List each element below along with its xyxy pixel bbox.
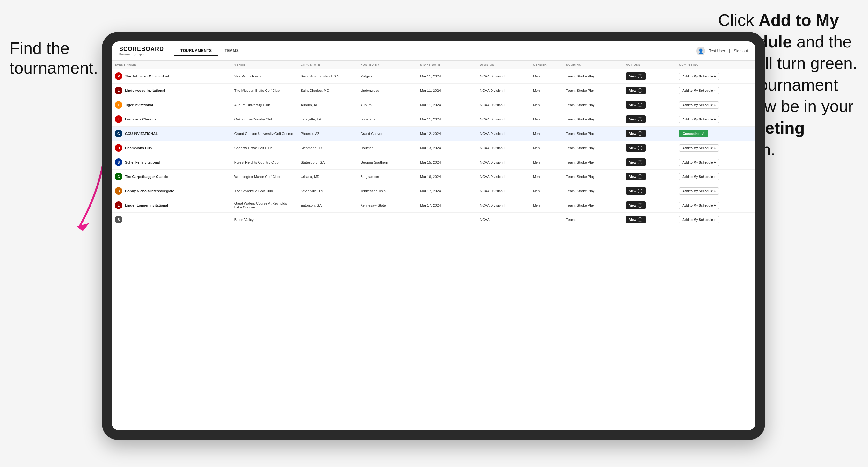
event-name-text: Louisiana Classics (125, 117, 156, 121)
info-icon: i (638, 189, 642, 193)
competing-cell: Add to My Schedule + (676, 184, 755, 198)
venue-cell: The Missouri Bluffs Golf Club (231, 84, 298, 98)
view-button[interactable]: View i (626, 101, 646, 109)
col-header-gender: GENDER (530, 61, 563, 69)
table-container: EVENT NAME VENUE CITY, STATE HOSTED BY S… (112, 61, 755, 430)
pipe-separator: | (729, 49, 730, 53)
signout-link[interactable]: Sign out (734, 49, 748, 53)
nav-tab-tournaments[interactable]: TOURNAMENTS (174, 46, 218, 56)
table-row: R The Johnnie - O Individual Sea Palms R… (112, 69, 755, 84)
add-to-schedule-button[interactable]: Add to My Schedule + (679, 101, 719, 109)
instruction-left-text: Find the tournament. (9, 39, 98, 77)
gender-cell: Men (530, 141, 563, 155)
info-icon: i (638, 74, 642, 79)
hosted-by-cell: Houston (357, 141, 417, 155)
division-cell: NCAA (476, 213, 530, 227)
gender-cell: Men (530, 98, 563, 112)
actions-cell: View i (623, 127, 676, 141)
venue-cell: Great Waters Course At Reynolds Lake Oco… (231, 198, 298, 213)
division-cell: NCAA Division I (476, 98, 530, 112)
scoring-cell: Team, Stroke Play (563, 84, 623, 98)
city-cell: Statesboro, GA (298, 155, 357, 169)
table-row: L Louisiana Classics Oakbourne Country C… (112, 112, 755, 127)
event-name-cell: B Bobby Nichols Intercollegiate (112, 184, 231, 198)
view-button[interactable]: View i (626, 216, 646, 223)
scoring-cell: Team, Stroke Play (563, 141, 623, 155)
nav-tab-teams[interactable]: TEAMS (218, 46, 245, 56)
info-icon: i (638, 146, 642, 150)
nav-tabs: TOURNAMENTS TEAMS (174, 46, 245, 56)
scoring-cell: Team, Stroke Play (563, 169, 623, 184)
event-name-text: Tiger Invitational (125, 103, 153, 107)
hosted-by-cell: Tennessee Tech (357, 184, 417, 198)
view-button[interactable]: View i (626, 173, 646, 180)
add-to-schedule-button[interactable]: Add to My Schedule + (679, 116, 719, 123)
view-button[interactable]: View i (626, 144, 646, 152)
start-date-cell: Mar 11, 2024 (417, 84, 476, 98)
venue-cell: Forest Heights Country Club (231, 155, 298, 169)
table-row: C The Carpetbagger Classic Worthington M… (112, 169, 755, 184)
start-date-cell: Mar 11, 2024 (417, 112, 476, 127)
info-icon: i (638, 131, 642, 136)
city-cell: Saint Charles, MO (298, 84, 357, 98)
add-to-schedule-button[interactable]: Add to My Schedule + (679, 216, 719, 223)
app-header: SCOREBOARD Powered by clippd TOURNAMENTS… (112, 41, 755, 61)
view-button[interactable]: View i (626, 187, 646, 195)
start-date-cell: Mar 17, 2024 (417, 198, 476, 213)
gender-cell: Men (530, 69, 563, 84)
header-right: 👤 Test User | Sign out (696, 46, 748, 56)
actions-cell: View i (623, 169, 676, 184)
event-name-cell: R The Johnnie - O Individual (112, 69, 231, 84)
gender-cell: Men (530, 198, 563, 213)
info-icon: i (638, 175, 642, 179)
event-name-cell: T Tiger Invitational (112, 98, 231, 112)
venue-cell: Auburn University Club (231, 98, 298, 112)
venue-cell: The Sevierville Golf Club (231, 184, 298, 198)
view-button[interactable]: View i (626, 130, 646, 137)
view-button[interactable]: View i (626, 201, 646, 209)
col-header-scoring: SCORING (563, 61, 623, 69)
add-to-schedule-button[interactable]: Add to My Schedule + (679, 145, 719, 152)
event-name-cell: L Lindenwood Invitational (112, 84, 231, 98)
actions-cell: View i (623, 98, 676, 112)
event-name-text: Linger Longer Invitational (125, 204, 168, 207)
hosted-by-cell: Kennesaw State (357, 198, 417, 213)
info-icon: i (638, 103, 642, 107)
competing-cell: Add to My Schedule + (676, 213, 755, 227)
view-button[interactable]: View i (626, 72, 646, 80)
hosted-by-cell: Rutgers (357, 69, 417, 84)
add-to-schedule-button[interactable]: Add to My Schedule + (679, 202, 719, 209)
col-header-division: DIVISION (476, 61, 530, 69)
start-date-cell: Mar 12, 2024 (417, 127, 476, 141)
col-header-city: CITY, STATE (298, 61, 357, 69)
user-label: Test User (709, 49, 725, 53)
actions-cell: View i (623, 141, 676, 155)
city-cell: Phoenix, AZ (298, 127, 357, 141)
add-to-schedule-button[interactable]: Add to My Schedule + (679, 173, 719, 180)
add-to-schedule-button[interactable]: Add to My Schedule + (679, 159, 719, 166)
venue-cell: Sea Palms Resort (231, 69, 298, 84)
add-to-schedule-button[interactable]: Add to My Schedule + (679, 87, 719, 94)
tournaments-table: EVENT NAME VENUE CITY, STATE HOSTED BY S… (112, 61, 755, 227)
division-cell: NCAA Division I (476, 184, 530, 198)
start-date-cell: Mar 11, 2024 (417, 98, 476, 112)
view-button[interactable]: View i (626, 115, 646, 123)
division-cell: NCAA Division I (476, 155, 530, 169)
view-button[interactable]: View i (626, 87, 646, 94)
division-cell: NCAA Division I (476, 141, 530, 155)
add-to-schedule-button[interactable]: Add to My Schedule + (679, 73, 719, 80)
col-header-start: START DATE (417, 61, 476, 69)
actions-cell: View i (623, 184, 676, 198)
instruction-right-text1: Click (718, 11, 759, 29)
add-to-schedule-button[interactable]: Add to My Schedule + (679, 187, 719, 195)
competing-cell: Competing ✓ (676, 127, 755, 141)
table-row: B Brook ValleyNCAATeam, View i Add to My… (112, 213, 755, 227)
col-header-actions: ACTIONS (623, 61, 676, 69)
view-button[interactable]: View i (626, 158, 646, 166)
venue-cell: Shadow Hawk Golf Club (231, 141, 298, 155)
scoring-cell: Team, Stroke Play (563, 127, 623, 141)
competing-button[interactable]: Competing ✓ (679, 130, 708, 137)
division-cell: NCAA Division I (476, 198, 530, 213)
gender-cell: Men (530, 184, 563, 198)
hosted-by-cell: Grand Canyon (357, 127, 417, 141)
